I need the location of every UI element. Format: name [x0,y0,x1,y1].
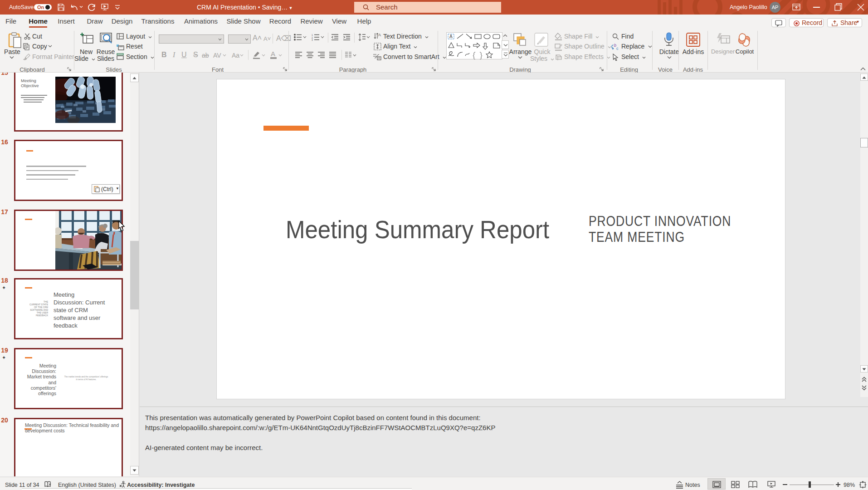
svg-text:3: 3 [312,39,313,41]
svg-text:c: c [616,46,619,51]
svg-text:A: A [378,33,381,37]
svg-text:A: A [449,34,453,39]
